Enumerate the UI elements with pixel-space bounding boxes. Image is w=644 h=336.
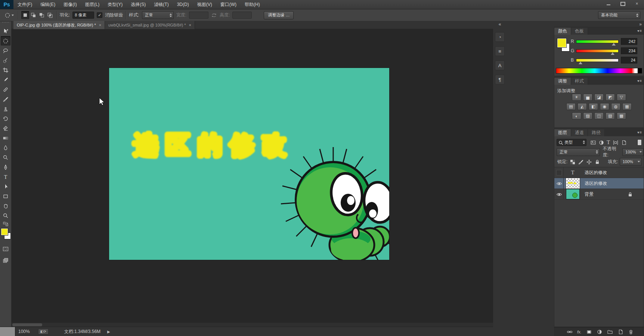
menu-file[interactable]: 文件(F) — [13, 0, 36, 9]
curves-icon[interactable]: ◪ — [594, 94, 604, 101]
selection-new-button[interactable] — [21, 11, 29, 19]
close-tab-icon[interactable]: × — [99, 23, 101, 27]
history-brush-tool[interactable] — [1, 114, 10, 123]
color-balance-icon[interactable]: ◭ — [578, 103, 587, 110]
layer-row-text[interactable]: T 选区的修改 — [554, 167, 644, 178]
paragraph-panel-icon[interactable]: ¶ — [495, 75, 505, 84]
elliptical-marquee-tool[interactable] — [1, 36, 10, 46]
visibility-toggle[interactable] — [554, 167, 564, 178]
menu-layer[interactable]: 图层(L) — [81, 0, 104, 9]
rectangle-tool[interactable] — [1, 192, 10, 201]
foreground-color-swatch[interactable] — [1, 228, 8, 235]
link-layers-icon[interactable] — [567, 329, 572, 335]
lock-transparency-icon[interactable] — [570, 159, 575, 164]
tab-channels[interactable]: 通道 — [571, 129, 588, 136]
brush-tool[interactable] — [1, 94, 10, 104]
filter-pixel-layers-icon[interactable] — [590, 140, 596, 145]
document-image[interactable]: 选区的修改 — [109, 68, 389, 260]
zoom-tool[interactable] — [1, 211, 10, 220]
layer-row-background[interactable]: 背景 — [554, 189, 644, 200]
filter-shape-layers-icon[interactable] — [613, 140, 618, 145]
exposure-icon[interactable]: ◩ — [606, 94, 615, 101]
quick-selection-tool[interactable] — [1, 56, 10, 65]
scrollbar-thumb[interactable] — [12, 323, 42, 326]
selective-color-icon[interactable]: ▧ — [606, 112, 615, 119]
visibility-toggle[interactable] — [554, 178, 564, 189]
blue-value-input[interactable]: 24 — [621, 57, 637, 63]
lasso-tool[interactable] — [1, 46, 10, 55]
layer-row-selected[interactable]: 选区的修改 — [554, 178, 644, 189]
close-tab-icon[interactable]: × — [189, 23, 191, 27]
eyedropper-tool[interactable] — [1, 75, 10, 84]
toolbox-grip[interactable] — [2, 22, 9, 26]
red-slider-thumb[interactable] — [612, 43, 616, 46]
filter-smart-object-icon[interactable] — [621, 140, 626, 145]
menu-type[interactable]: 类型(Y) — [103, 0, 127, 9]
photo-filter-icon[interactable]: ◉ — [600, 103, 609, 110]
tab-paths[interactable]: 路径 — [588, 129, 605, 136]
new-adjustment-layer-icon[interactable] — [597, 329, 602, 335]
character-panel-icon[interactable]: A — [495, 60, 505, 70]
type-tool[interactable] — [1, 172, 10, 181]
zoom-level[interactable]: 100% — [18, 329, 30, 334]
hand-tool[interactable] — [1, 201, 10, 211]
layer-thumbnail[interactable] — [566, 189, 580, 199]
brightness-contrast-icon[interactable]: ☀ — [572, 94, 581, 101]
spot-healing-brush-tool[interactable] — [1, 85, 10, 94]
menu-view[interactable]: 视图(V) — [193, 0, 216, 9]
minimize-button[interactable] — [604, 1, 613, 6]
layer-filter-dropdown[interactable]: 类型 — [557, 139, 586, 146]
layer-thumbnail[interactable] — [566, 178, 580, 189]
hue-saturation-icon[interactable]: ▤ — [566, 103, 576, 110]
panel-menu-icon[interactable]: ▾≡ — [637, 79, 642, 83]
refine-edge-button[interactable]: 调整边缘 … — [264, 11, 294, 19]
green-slider[interactable] — [576, 49, 619, 53]
expand-strip-icon[interactable]: « — [499, 22, 501, 28]
tab-layers[interactable]: 图层 — [554, 129, 571, 136]
status-options-icon[interactable]: ◧⟳ — [38, 329, 49, 335]
blur-tool[interactable] — [1, 143, 10, 152]
filter-adjustment-layers-icon[interactable] — [598, 140, 604, 145]
canvas-area[interactable]: 选区的修改 — [12, 29, 493, 327]
document-tab-2[interactable]: uwbQLkvtSi_small.jpg @ 100%(RGB/8#) * × — [105, 21, 195, 29]
tool-preset-picker[interactable] — [3, 12, 15, 19]
gradient-tool[interactable] — [1, 133, 10, 143]
channel-mixer-icon[interactable]: ◍ — [611, 103, 620, 110]
menu-window[interactable]: 窗口(W) — [216, 0, 241, 9]
crop-tool[interactable] — [1, 65, 10, 75]
menu-select[interactable]: 选择(S) — [127, 0, 150, 9]
blue-slider-thumb[interactable] — [579, 62, 582, 64]
menu-help[interactable]: 帮助(H) — [241, 0, 264, 9]
status-expand-icon[interactable]: ▶ — [107, 330, 110, 334]
anti-alias-checkbox[interactable]: ✓ — [97, 12, 102, 18]
eraser-tool[interactable] — [1, 124, 10, 133]
move-tool[interactable] — [1, 27, 10, 36]
green-value-input[interactable]: 234 — [621, 47, 637, 54]
properties-panel-icon[interactable]: ≡ — [495, 46, 505, 56]
panel-menu-icon[interactable]: ▾≡ — [637, 130, 642, 134]
panel-menu-icon[interactable]: ▾≡ — [637, 29, 642, 33]
pen-tool[interactable] — [1, 162, 10, 172]
invert-icon[interactable]: ◐ — [572, 112, 581, 119]
visibility-toggle[interactable] — [554, 189, 564, 199]
feather-input[interactable]: 8 像素 — [72, 12, 94, 19]
tab-color[interactable]: 颜色 — [554, 28, 571, 35]
levels-icon[interactable]: ▅ — [583, 94, 592, 101]
lock-all-icon[interactable] — [594, 159, 600, 164]
red-value-input[interactable]: 242 — [621, 38, 637, 45]
green-slider-thumb[interactable] — [611, 52, 614, 55]
selection-subtract-button[interactable] — [38, 11, 46, 19]
add-layer-mask-icon[interactable] — [586, 329, 592, 335]
blend-mode-dropdown[interactable]: 正常 — [557, 148, 600, 156]
menu-image[interactable]: 图像(I) — [59, 0, 81, 9]
menu-filter[interactable]: 滤镜(T) — [150, 0, 173, 9]
blue-slider[interactable] — [576, 59, 619, 62]
layer-style-icon[interactable]: fx. — [577, 330, 582, 334]
clone-stamp-tool[interactable] — [1, 104, 10, 113]
foreground-color-swatch[interactable] — [557, 38, 566, 47]
gradient-map-icon[interactable]: ▩ — [617, 112, 626, 119]
opacity-dropdown[interactable]: 100% — [622, 148, 644, 156]
style-dropdown[interactable]: 正常 — [142, 11, 174, 19]
collapse-panels-icon[interactable]: » — [639, 22, 642, 27]
vibrance-icon[interactable]: ▽ — [617, 94, 626, 101]
